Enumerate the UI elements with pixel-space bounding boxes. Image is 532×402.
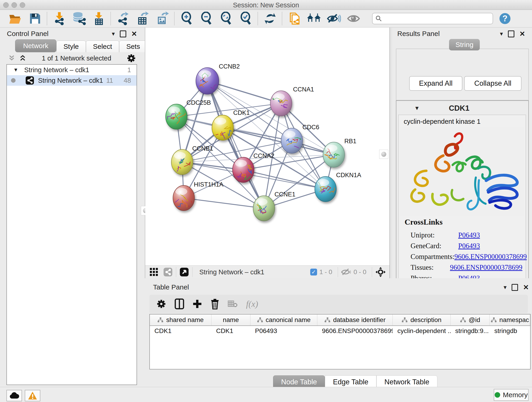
panel-float-icon[interactable] — [512, 284, 518, 291]
column-header-namespac[interactable]: namespac — [490, 314, 530, 325]
delete-column-button[interactable] — [210, 298, 220, 309]
selected-checkbox-icon[interactable]: ✓ — [310, 269, 317, 275]
right-splitter-handle[interactable] — [379, 150, 388, 159]
network-share-gray-icon[interactable] — [163, 267, 173, 277]
edge-CCNB2-CCNE1[interactable] — [207, 81, 264, 208]
gene-header[interactable]: ▼ CDK1 — [398, 102, 526, 114]
open-session-button[interactable] — [6, 11, 25, 26]
table-cell[interactable]: CDK1 — [211, 326, 250, 336]
tab-string[interactable]: String — [449, 39, 480, 51]
crosslink-value-link[interactable]: P06493 — [458, 231, 480, 239]
create-column-button[interactable] — [192, 299, 202, 309]
expand-all-button[interactable]: Expand All — [409, 76, 462, 91]
node-label: CCNA2 — [253, 153, 274, 159]
tab-style[interactable]: Style — [56, 41, 86, 52]
collapse-all-icon[interactable] — [8, 54, 16, 62]
node-RB1[interactable] — [323, 142, 345, 167]
crosslink-value-link[interactable]: 9606.ENSP00000378699 — [454, 253, 527, 261]
column-network-icon — [324, 317, 330, 322]
hidden-eye-icon[interactable] — [341, 268, 351, 276]
table-cell[interactable]: cyclin-dependent ... — [393, 326, 450, 336]
node-CCNA1[interactable] — [270, 91, 292, 116]
delete-table-button[interactable] — [228, 300, 238, 308]
main-toolbar: ? — [0, 10, 532, 27]
panel-close-icon[interactable]: ✕ — [519, 30, 525, 38]
save-session-button[interactable] — [25, 11, 45, 26]
table-cell[interactable]: 9606.ENSP00000378699 — [317, 326, 393, 336]
tab-network[interactable]: Network — [15, 39, 56, 52]
table-cell[interactable]: CDK1 — [150, 326, 211, 336]
table-cell[interactable]: P06493 — [250, 326, 317, 336]
memory-button[interactable]: Memory — [494, 389, 529, 401]
show-columns-button[interactable] — [175, 298, 184, 309]
detach-view-icon[interactable] — [179, 267, 189, 277]
panel-close-icon[interactable]: ✕ — [523, 283, 529, 291]
network-canvas[interactable]: CCNB2CCNA1CDC25BCDK1CDC6RB1CCNB1CCNA2CDK… — [145, 27, 389, 265]
node-CCNE1[interactable] — [253, 196, 275, 221]
node-CCNB1[interactable] — [171, 149, 193, 175]
edge-HIST1H1A-CCNE1[interactable] — [184, 198, 264, 208]
cloud-status-button[interactable] — [6, 390, 22, 401]
zoom-fit-content-button[interactable] — [216, 11, 236, 26]
crosslink-value-link[interactable]: P06493 — [458, 242, 480, 250]
panel-float-icon[interactable] — [120, 31, 126, 37]
hide-selected-button[interactable] — [324, 11, 344, 26]
import-network-database-button[interactable] — [69, 11, 89, 26]
export-image-button[interactable] — [152, 11, 172, 26]
column-header-shared-name[interactable]: shared name — [150, 314, 211, 325]
import-table-file-button[interactable] — [89, 11, 109, 26]
collapse-all-button[interactable]: Collapse All — [464, 76, 521, 91]
tree-expander-icon[interactable]: ▼ — [13, 67, 18, 73]
table-toolbar: f(x) — [149, 295, 528, 313]
node-HIST1H1A[interactable] — [168, 185, 195, 211]
table-cell[interactable]: stringdb:9... — [451, 326, 490, 336]
network-collection-row[interactable]: ▼ String Network – cdk1 1 — [7, 65, 137, 75]
node-CCNA2[interactable] — [233, 157, 254, 182]
network-snapshot-button[interactable] — [285, 11, 304, 26]
node-CCNB2[interactable] — [196, 68, 219, 94]
table-row[interactable]: CDK1CDK1P064939606.ENSP00000378699cyclin… — [150, 326, 530, 336]
help-button[interactable]: ? — [500, 13, 510, 24]
collection-name: String Network – cdk1 — [24, 66, 127, 74]
column-header--id[interactable]: @id — [451, 314, 490, 325]
panel-menu-icon[interactable]: ▾ — [500, 30, 503, 37]
zoom-out-button[interactable] — [196, 11, 216, 26]
gear-icon — [156, 299, 166, 309]
panel-menu-icon[interactable]: ▾ — [504, 284, 507, 291]
refresh-network-button[interactable] — [260, 11, 280, 26]
crosslink-value-link[interactable]: 9606.ENSP00000378699 — [450, 263, 522, 272]
node-label: CCNE1 — [274, 191, 296, 198]
tab-select[interactable]: Select — [86, 41, 119, 52]
zoom-in-button[interactable] — [177, 11, 196, 26]
network-row[interactable]: String Network – cdk1 11 48 — [7, 75, 137, 86]
import-network-file-button[interactable] — [50, 11, 69, 26]
panel-close-icon[interactable]: ✕ — [131, 30, 137, 38]
panel-float-icon[interactable] — [508, 31, 514, 37]
node-CDC6[interactable] — [281, 128, 304, 153]
table-cell[interactable]: stringdb — [490, 326, 530, 336]
birds-eye-icon[interactable] — [375, 267, 386, 277]
search-input[interactable] — [382, 15, 484, 22]
edge-CCNA2-CDKN1A[interactable] — [243, 170, 326, 189]
function-builder-button[interactable]: f(x) — [246, 299, 258, 309]
column-header-database-identifier[interactable]: database identifier — [317, 314, 393, 325]
panel-menu-icon[interactable]: ▾ — [112, 30, 115, 37]
column-header-description[interactable]: description — [393, 314, 450, 325]
export-table-button[interactable] — [133, 11, 152, 26]
show-all-button[interactable] — [344, 11, 363, 26]
column-header-name[interactable]: name — [211, 314, 250, 325]
grid-view-icon[interactable] — [149, 268, 158, 277]
tab-sets[interactable]: Sets — [119, 41, 147, 52]
column-header-canonical-name[interactable]: canonical name — [250, 314, 317, 325]
zoom-selected-button[interactable] — [236, 11, 256, 26]
first-neighbors-button[interactable] — [304, 11, 324, 26]
table-options-button[interactable] — [156, 299, 166, 309]
network-options-gear-icon[interactable] — [127, 53, 136, 63]
gene-expander-icon[interactable]: ▼ — [414, 105, 420, 111]
expand-all-icon[interactable] — [19, 54, 27, 62]
warning-status-button[interactable] — [25, 390, 40, 401]
node-CDKN1A[interactable] — [314, 177, 336, 202]
node-CDC25B[interactable] — [166, 104, 187, 129]
export-network-button[interactable] — [113, 11, 133, 26]
crosslink-row: Uniprot:P06493 — [411, 230, 522, 240]
